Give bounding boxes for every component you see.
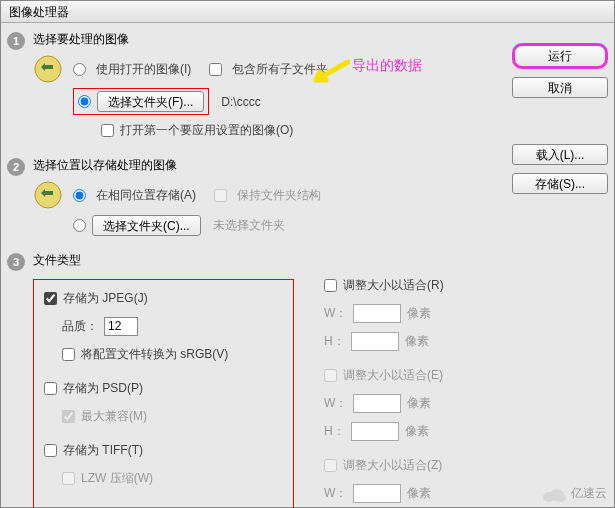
use-open-radio[interactable] — [73, 63, 86, 76]
same-location-radio[interactable] — [73, 189, 86, 202]
step-number-1: 1 — [7, 32, 25, 50]
highlight-box-2: 存储为 JPEG(J) 品质： 将配置文件转换为 sRGB(V) — [33, 279, 294, 508]
tiff-w-input — [353, 484, 401, 503]
titlebar: 图像处理器 — [1, 1, 614, 23]
load-button[interactable]: 载入(L)... — [512, 144, 608, 165]
psd-resize-label: 调整大小以适合(E) — [343, 367, 443, 384]
max-compat-checkbox — [62, 410, 75, 423]
keep-struct-label: 保持文件夹结构 — [237, 187, 321, 204]
section-2: 2 选择位置以存储处理的图像 在相同位置存储(A) 保持文件夹结构 — [7, 157, 504, 240]
h-label: H： — [324, 423, 345, 440]
px-label: 像素 — [407, 485, 431, 502]
window-title: 图像处理器 — [9, 5, 69, 19]
section-3: 3 文件类型 存储为 JPEG(J) 品质 — [7, 252, 504, 508]
tiff-resize-checkbox — [324, 459, 337, 472]
include-sub-checkbox[interactable] — [209, 63, 222, 76]
psd-label: 存储为 PSD(P) — [63, 380, 143, 397]
jpeg-resize-checkbox[interactable] — [324, 279, 337, 292]
section-1: 1 选择要处理的图像 使用打开的图像(I) 包含所有子文件夹 — [7, 31, 504, 145]
convert-srgb-checkbox[interactable] — [62, 348, 75, 361]
jpeg-resize-group: 调整大小以适合(R) W： 像素 H： 像素 — [324, 275, 504, 351]
select-folder-radio[interactable] — [78, 95, 91, 108]
tiff-resize-label: 调整大小以适合(Z) — [343, 457, 442, 474]
run-button[interactable]: 运行 — [512, 43, 608, 69]
px-label: 像素 — [407, 305, 431, 322]
jpeg-checkbox[interactable] — [44, 292, 57, 305]
max-compat-label: 最大兼容(M) — [81, 408, 147, 425]
tiff-group: 存储为 TIFF(T) LZW 压缩(W) — [44, 440, 283, 488]
quality-label: 品质： — [62, 318, 98, 335]
folder-path: D:\cccc — [221, 95, 260, 109]
keep-struct-checkbox — [214, 189, 227, 202]
quality-input[interactable] — [104, 317, 138, 336]
open-first-label: 打开第一个要应用设置的图像(O) — [120, 122, 293, 139]
tiff-label: 存储为 TIFF(T) — [63, 442, 143, 459]
psd-w-input — [353, 394, 401, 413]
section-2-title: 选择位置以存储处理的图像 — [33, 157, 504, 174]
px-label: 像素 — [405, 423, 429, 440]
psd-resize-group: 调整大小以适合(E) W： 像素 H： 像素 — [324, 365, 504, 441]
psd-checkbox[interactable] — [44, 382, 57, 395]
psd-resize-checkbox — [324, 369, 337, 382]
sidebar: 运行 取消 载入(L)... 存储(S)... — [512, 31, 608, 508]
w-label: W： — [324, 395, 347, 412]
tiff-resize-group: 调整大小以适合(Z) W： 像素 — [324, 455, 504, 503]
step-number-2: 2 — [7, 158, 25, 176]
annotation-arrow-icon — [310, 58, 350, 88]
section-3-title: 文件类型 — [33, 252, 504, 269]
watermark-text: 亿速云 — [571, 485, 607, 502]
jpeg-h-input — [351, 332, 399, 351]
save-button[interactable]: 存储(S)... — [512, 173, 608, 194]
lzw-label: LZW 压缩(W) — [81, 470, 153, 487]
folder-icon — [33, 180, 63, 210]
select-folder-button[interactable]: 选择文件夹(F)... — [97, 91, 204, 112]
lzw-checkbox — [62, 472, 75, 485]
watermark: 亿速云 — [541, 485, 607, 502]
same-location-label: 在相同位置存储(A) — [96, 187, 196, 204]
section-1-title: 选择要处理的图像 — [33, 31, 504, 48]
tiff-checkbox[interactable] — [44, 444, 57, 457]
no-folder-label: 未选择文件夹 — [213, 217, 285, 234]
h-label: H： — [324, 333, 345, 350]
px-label: 像素 — [407, 395, 431, 412]
psd-h-input — [351, 422, 399, 441]
jpeg-resize-label: 调整大小以适合(R) — [343, 277, 444, 294]
w-label: W： — [324, 485, 347, 502]
convert-srgb-label: 将配置文件转换为 sRGB(V) — [81, 346, 228, 363]
select-folder-2-button[interactable]: 选择文件夹(C)... — [92, 215, 201, 236]
step-number-3: 3 — [7, 253, 25, 271]
select-folder-2-radio[interactable] — [73, 219, 86, 232]
jpeg-group: 存储为 JPEG(J) 品质： 将配置文件转换为 sRGB(V) — [44, 288, 283, 364]
annotation-text: 导出的数据 — [352, 57, 422, 75]
highlight-box-1: 选择文件夹(F)... — [73, 88, 209, 115]
open-first-checkbox[interactable] — [101, 124, 114, 137]
cancel-button[interactable]: 取消 — [512, 77, 608, 98]
w-label: W： — [324, 305, 347, 322]
cloud-icon — [541, 486, 567, 502]
folder-icon — [33, 54, 63, 84]
jpeg-w-input — [353, 304, 401, 323]
use-open-label: 使用打开的图像(I) — [96, 61, 191, 78]
svg-point-4 — [556, 494, 566, 502]
psd-group: 存储为 PSD(P) 最大兼容(M) — [44, 378, 283, 426]
jpeg-label: 存储为 JPEG(J) — [63, 290, 148, 307]
px-label: 像素 — [405, 333, 429, 350]
